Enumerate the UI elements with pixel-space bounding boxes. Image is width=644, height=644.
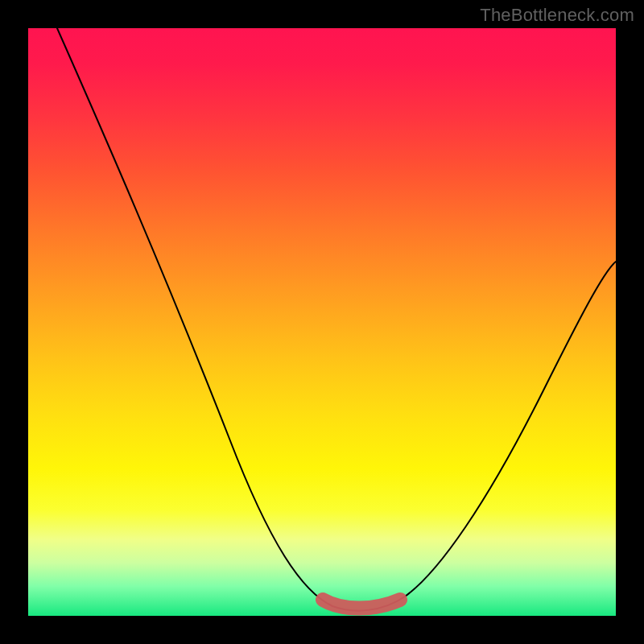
bottleneck-curve — [28, 28, 616, 616]
chart-stage: TheBottleneck.com — [0, 0, 644, 644]
curve-path — [57, 28, 616, 611]
valley-highlight — [323, 600, 400, 609]
watermark-text: TheBottleneck.com — [480, 5, 634, 26]
plot-area — [28, 28, 616, 616]
